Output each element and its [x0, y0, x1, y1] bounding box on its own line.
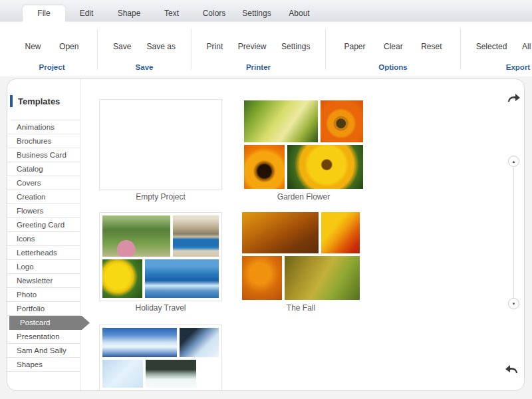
photo-tile-windsurfer: [145, 259, 219, 298]
sidebar-item-portfolio[interactable]: Portfolio: [7, 302, 80, 316]
templates-header: Templates: [10, 95, 60, 107]
menu-tab-bar: File Edit Shape Text Colors Settings Abo…: [0, 0, 532, 22]
ribbon-group-save: Save Save as Save: [98, 22, 191, 76]
sidebar-item-presentation[interactable]: Presentation: [7, 330, 80, 344]
template-thumbnail-empty-project[interactable]: [99, 99, 222, 190]
scroll-down-button[interactable]: ▼: [508, 298, 519, 309]
template-caption-holiday-travel: Holiday Travel: [99, 303, 222, 313]
save-button[interactable]: Save: [113, 42, 131, 51]
template-thumbnail-winter[interactable]: [99, 325, 222, 391]
sidebar-item-flowers[interactable]: Flowers: [7, 204, 80, 218]
main-panel: Templates Animations Brochures Business …: [7, 78, 525, 391]
tab-settings[interactable]: Settings: [235, 5, 278, 22]
tab-edit[interactable]: Edit: [65, 5, 108, 22]
export-all-shapes-button[interactable]: All Shapes: [522, 42, 532, 51]
app-window: File Edit Shape Text Colors Settings Abo…: [0, 0, 532, 399]
photo-tile-snowy-stream: [180, 328, 219, 357]
ribbon-group-project: New Open Project: [7, 22, 97, 76]
sidebar-item-photo[interactable]: Photo: [7, 288, 80, 302]
ribbon-group-label-printer: Printer: [192, 63, 325, 71]
sidebar-item-sam-and-sally[interactable]: Sam And Sally: [7, 344, 80, 358]
sidebar-item-creation[interactable]: Creation: [7, 190, 80, 204]
scroll-up-icon: ▲: [512, 160, 516, 164]
print-button[interactable]: Print: [207, 42, 223, 51]
template-thumbnail-the-fall[interactable]: [242, 212, 360, 300]
photo-tile-palms: [102, 215, 170, 257]
photo-tile-autumn-canopy: [242, 212, 319, 253]
open-button[interactable]: Open: [59, 42, 78, 51]
tab-colors[interactable]: Colors: [193, 5, 235, 22]
printer-settings-button[interactable]: Settings: [281, 42, 310, 51]
sidebar-item-brochures[interactable]: Brochures: [7, 134, 80, 148]
accent-bar: [10, 95, 13, 107]
ribbon-group-label-export: Export: [461, 63, 532, 71]
sidebar-item-newsletter[interactable]: Newsletter: [7, 274, 80, 288]
photo-tile-yellow-gazania: [287, 145, 363, 189]
sidebar-item-shapes[interactable]: Shapes: [7, 358, 80, 372]
tab-text[interactable]: Text: [150, 5, 193, 22]
sidebar-item-animations[interactable]: Animations: [7, 120, 80, 134]
ribbon: New Open Project Save Save as Save Print…: [0, 22, 532, 76]
template-caption-garden-flower: Garden Flower: [244, 192, 363, 201]
save-as-button[interactable]: Save as: [147, 42, 176, 51]
export-selected-button[interactable]: Selected: [476, 42, 507, 51]
scrollbar-track[interactable]: [513, 168, 514, 298]
photo-tile-snow-branches: [146, 360, 196, 388]
photo-tile-sea-cliff: [173, 215, 219, 257]
photo-tile-frost: [102, 360, 143, 388]
ribbon-group-label-save: Save: [98, 63, 191, 71]
sidebar-item-greeting-card[interactable]: Greeting Card: [7, 218, 80, 232]
scroll-up-button[interactable]: ▲: [508, 156, 519, 167]
clear-button[interactable]: Clear: [384, 42, 403, 51]
template-category-list: Animations Brochures Business Card Catal…: [7, 120, 80, 372]
workspace: Templates Animations Brochures Business …: [0, 76, 532, 399]
photo-tile-orange-flower: [244, 145, 285, 189]
templates-title: Templates: [18, 96, 60, 106]
sidebar-item-business-card[interactable]: Business Card: [7, 148, 80, 162]
photo-tile-yellow-flowers: [102, 259, 142, 298]
sidebar-item-letterheads[interactable]: Letterheads: [7, 246, 80, 260]
template-thumbnail-garden-flower[interactable]: [244, 100, 363, 189]
ribbon-group-label-project: Project: [7, 63, 97, 71]
template-caption-the-fall: The Fall: [242, 303, 360, 313]
photo-tile-autumn-branches: [285, 256, 360, 300]
tab-shape[interactable]: Shape: [108, 5, 150, 22]
new-button[interactable]: New: [25, 42, 41, 51]
undo-arrow-icon[interactable]: [505, 364, 518, 377]
photo-tile-orange-leaves: [242, 256, 282, 300]
paper-button[interactable]: Paper: [344, 42, 365, 51]
ribbon-group-printer: Print Preview Settings Printer: [192, 22, 325, 76]
template-thumbnail-holiday-travel[interactable]: [99, 212, 222, 301]
photo-tile-lily: [244, 100, 318, 142]
scroll-down-icon: ▼: [512, 302, 516, 306]
reset-button[interactable]: Reset: [421, 42, 442, 51]
preview-button[interactable]: Preview: [238, 42, 267, 51]
photo-tile-maple-leaves: [321, 212, 360, 253]
tab-file[interactable]: File: [23, 5, 65, 22]
selected-item-highlight[interactable]: Postcard: [9, 316, 90, 330]
template-caption-empty-project: Empty Project: [99, 192, 222, 201]
sidebar-item-icons[interactable]: Icons: [7, 232, 80, 246]
ribbon-group-options: Paper Clear Reset Options: [326, 22, 460, 76]
sidebar-item-catalog[interactable]: Catalog: [7, 162, 80, 176]
redo-arrow-icon[interactable]: [507, 92, 521, 106]
sidebar-item-logo[interactable]: Logo: [7, 260, 80, 274]
sidebar-item-covers[interactable]: Covers: [7, 176, 80, 190]
ribbon-group-export: Selected All Shapes Export: [461, 22, 532, 76]
photo-tile-orange-gazania: [321, 100, 363, 142]
photo-tile-snowy-tree: [102, 328, 177, 357]
sidebar-item-postcard[interactable]: Postcard: [7, 316, 80, 330]
templates-sidebar: Templates Animations Brochures Business …: [7, 79, 80, 390]
ribbon-group-label-options: Options: [326, 63, 460, 71]
tab-about[interactable]: About: [278, 5, 321, 22]
